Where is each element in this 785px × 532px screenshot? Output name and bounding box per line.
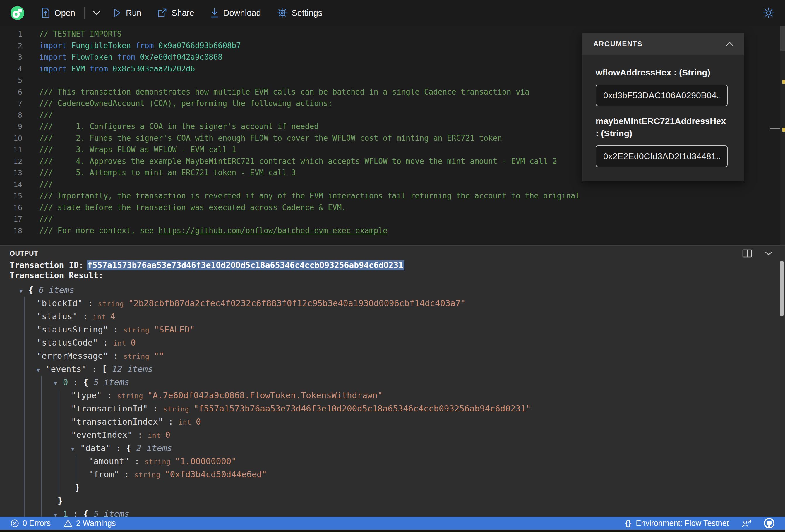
errors-count: 0 Errors [23, 519, 51, 528]
closing-brace: } [75, 483, 80, 492]
indent-guide [24, 481, 25, 494]
run-button[interactable]: Run [113, 8, 142, 18]
code-line-content: /// [22, 213, 53, 225]
feedback-person-icon[interactable] [742, 519, 752, 528]
indent-guide [24, 494, 25, 507]
indent-guide [24, 441, 25, 455]
json-key: "eventIndex" [71, 430, 133, 440]
code-line: 18/// For more context, see https://gith… [0, 225, 785, 237]
arguments-panel-header[interactable]: ARGUMENTS [582, 33, 744, 55]
opening-brace: { [83, 509, 88, 517]
json-value: "0xfd3b4cd50d44e6ed" [165, 470, 267, 479]
json-key: "statusCode" [36, 338, 98, 348]
code-line-content: import EVM from 0x8c5303eaa26202d6 [22, 63, 195, 75]
indent-guide [58, 455, 59, 468]
tree-collapse-arrow[interactable]: ▼ [54, 508, 63, 517]
warnings-status[interactable]: 2 Warnings [64, 519, 116, 528]
argument-input-maybemint-address[interactable] [596, 146, 728, 167]
transaction-id-value: f557a1573b76aa53e73d46f3e10d200d5c18a653… [86, 260, 404, 270]
indent-guide [41, 441, 42, 455]
line-number: 4 [0, 63, 22, 75]
collapse-output-chevron-icon[interactable] [764, 251, 773, 256]
indent-guide [41, 481, 42, 494]
environment-label[interactable]: Environment: Flow Testnet [636, 519, 729, 528]
indent-guide [58, 441, 59, 455]
json-tree-row: "amount" : string "1.00000000" [10, 455, 785, 468]
json-type-label: string [163, 405, 194, 413]
output-header: OUTPUT [0, 246, 785, 260]
indent-guide [24, 455, 25, 468]
closing-brace: } [58, 496, 62, 506]
code-line-content: /// 3. Wraps FLOW as WFLOW - EVM call 1 [22, 144, 236, 156]
editor-scrollbar-thumb[interactable] [780, 26, 785, 51]
indent-guide [58, 402, 59, 415]
argument-input-wflow-address[interactable] [596, 84, 728, 106]
code-line-content: import FungibleToken from 0x9a0766d93b66… [22, 40, 241, 52]
opening-brace: [ [102, 364, 107, 374]
json-type-label: int [148, 432, 165, 439]
json-key: 1 [63, 509, 68, 517]
json-key: "transactionId" [71, 404, 148, 413]
code-line-content: /// 5. Attempts to mint an ERC721 token … [22, 167, 296, 179]
json-key: 0 [63, 377, 68, 387]
indent-guide [24, 310, 25, 323]
theme-toggle-sun-icon[interactable] [763, 7, 775, 19]
indent-guide [41, 402, 42, 415]
editor-scrollbar[interactable] [780, 26, 785, 245]
indent-guide [24, 468, 25, 481]
code-line-content: /// [22, 179, 53, 191]
code-line-content: /// 4. Approves the example MaybeMintERC… [22, 156, 557, 168]
arguments-title: ARGUMENTS [593, 40, 642, 48]
item-count: 5 items [88, 377, 129, 387]
download-button[interactable]: Download [210, 8, 261, 18]
indent-guide [24, 376, 25, 389]
json-key: "errorMessage" [36, 351, 108, 361]
warnings-count: 2 Warnings [76, 519, 116, 528]
json-value: 0 [165, 430, 170, 440]
code-editor[interactable]: 1// TESTNET IMPORTS2import FungibleToken… [0, 26, 785, 245]
line-number: 14 [0, 179, 22, 191]
tree-collapse-arrow[interactable]: ▼ [71, 442, 80, 456]
json-value: "1.00000000" [175, 456, 236, 466]
indent-guide [24, 507, 25, 517]
json-tree-row: "errorMessage" : string "" [10, 349, 785, 362]
indent-guide [24, 349, 25, 362]
editor-viewport-line [770, 128, 780, 129]
json-tree-row: "statusCode" : int 0 [10, 336, 785, 349]
json-tree-row: } [10, 494, 785, 507]
json-value: "SEALED" [154, 325, 195, 334]
json-key: "data" [80, 443, 111, 453]
json-tree-row: } [10, 481, 785, 494]
indent-guide [58, 468, 59, 481]
indent-guide [41, 428, 42, 441]
settings-button[interactable]: Settings [277, 8, 323, 18]
indent-guide [76, 455, 76, 468]
open-button[interactable]: Open [41, 8, 75, 18]
indent-guide [58, 481, 59, 494]
share-button[interactable]: Share [157, 8, 194, 18]
collapse-chevron-up-icon[interactable] [726, 42, 733, 46]
split-panel-icon[interactable] [742, 249, 752, 257]
open-file-icon [41, 8, 50, 18]
json-tree-row: "type" : string "A.7e60df042a9c0868.Flow… [10, 389, 785, 402]
code-link[interactable]: https://github.com/onflow/batched-evm-ex… [158, 226, 387, 235]
json-result-tree: ▼{ 6 items"blockId" : string "2b28cbfb87… [10, 283, 785, 517]
line-number: 9 [0, 121, 22, 132]
json-value: 4 [110, 311, 115, 321]
line-number: 2 [0, 40, 22, 52]
tree-collapse-arrow[interactable]: ▼ [36, 363, 46, 377]
json-tree-row: "statusString" : string "SEALED" [10, 323, 785, 336]
tree-collapse-arrow[interactable]: ▼ [19, 284, 28, 298]
json-type-label: string [98, 300, 128, 308]
indent-guide [24, 323, 25, 336]
item-count: 5 items [88, 509, 129, 517]
indent-guide [58, 389, 59, 402]
output-scrollbar-thumb[interactable] [780, 261, 784, 316]
item-count: 6 items [33, 285, 74, 295]
errors-status[interactable]: 0 Errors [10, 519, 51, 528]
flow-logo-icon[interactable] [10, 6, 24, 20]
code-line-content: /// 1. Configures a COA in the signer's … [22, 121, 319, 132]
tree-collapse-arrow[interactable]: ▼ [54, 377, 63, 390]
github-icon[interactable] [764, 518, 775, 529]
open-dropdown-chevron[interactable] [93, 10, 100, 15]
